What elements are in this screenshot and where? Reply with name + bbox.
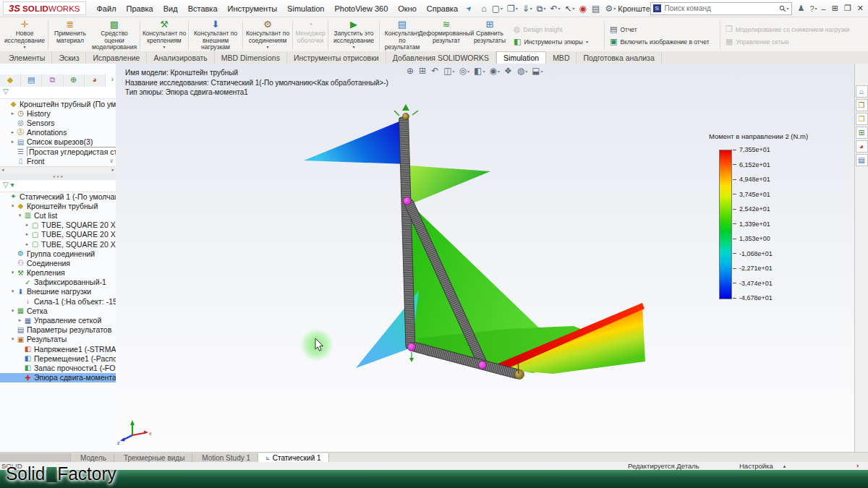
tree-item[interactable]: ▾ ▣ Результаты <box>0 335 116 344</box>
settings-button[interactable]: Настройка ▴ <box>739 462 786 470</box>
expand-arrow-icon[interactable]: ▾ <box>9 308 16 314</box>
command-tab[interactable]: MBD <box>546 51 576 64</box>
expand-arrow-icon[interactable]: ▾ <box>9 203 16 209</box>
menu-item[interactable]: Окно <box>393 2 422 15</box>
menu-item[interactable]: PhotoView 360 <box>329 2 393 15</box>
menu-item[interactable]: Инструменты <box>223 2 283 15</box>
scroll-down-icon[interactable]: ∨ <box>109 158 114 164</box>
taskpane-button[interactable]: ❒ <box>856 99 868 111</box>
qa-button[interactable]: ◉ <box>577 4 590 14</box>
expand-arrow-icon[interactable]: ▸ <box>24 241 30 247</box>
qa-button[interactable]: ⚙ ▾ <box>603 4 618 14</box>
hud-button[interactable]: ◎ ▾ <box>459 66 470 76</box>
tree-item[interactable]: ▸ ▦ Управление сеткой <box>0 315 116 325</box>
expand-arrow-icon[interactable]: ▾ <box>9 336 16 342</box>
tree-item[interactable]: ✦ Статический 1 (-По умолчанию<Как обр <box>0 192 116 201</box>
compare-results-button[interactable]: ⊞ Сравнить результаты <box>469 18 510 53</box>
feature-tree-filter[interactable]: ▽ <box>0 87 116 99</box>
hud-button[interactable]: ⊞ <box>419 66 427 76</box>
tree-item[interactable]: ◧ Напряжение1 (-STRMAX: Верхня <box>0 344 116 354</box>
tree-item[interactable]: ☰ Простая углеродистая сталь <box>0 147 116 156</box>
tree-item[interactable]: ⚇ Соединения <box>0 258 116 267</box>
menu-item[interactable]: Simulation <box>282 2 329 15</box>
expand-arrow-icon[interactable]: ▸ <box>17 317 23 323</box>
menu-item[interactable]: Справка <box>422 2 463 15</box>
tree-item[interactable]: ↓ Сила-1 (:На объект: -150 kgf:) <box>0 296 116 306</box>
tree-item[interactable]: ▸ ▢ TUBE, SQUARE 20 X 20 X 2<1> <box>0 221 116 230</box>
fixtures-advisor-button[interactable]: ⚒ Консультант по креплениям ▾ <box>142 18 187 53</box>
expand-arrow-icon[interactable]: ▸ <box>9 139 16 145</box>
new-study-button[interactable]: ✛ Новое исследование ▾ <box>3 18 46 53</box>
scroll-up-icon[interactable]: ^ <box>111 100 114 106</box>
help-icon[interactable]: ?▾ <box>809 4 817 13</box>
tree-item[interactable]: ▾ ▥ Cut list <box>0 210 116 220</box>
hud-button[interactable]: ⬓ ▾ <box>532 66 542 76</box>
simulation-evaluator-button[interactable]: ▩ Средство оценки моделирования <box>90 18 138 53</box>
taskpane-button[interactable]: ⊞ <box>856 127 868 139</box>
manager-tab[interactable]: ◆ <box>0 74 21 87</box>
menu-item[interactable]: Файл <box>92 2 122 15</box>
panel-expand-icon[interactable]: › <box>111 75 114 83</box>
plot-tools-button[interactable]: ◧ Инструменты эпюры ▾ <box>514 38 599 46</box>
tree-item[interactable]: ▤ Параметры результатов <box>0 325 116 335</box>
qa-button[interactable]: ↶ ▾ <box>548 4 562 14</box>
hud-button[interactable]: ◉ ▾ <box>489 66 500 76</box>
include-image-button[interactable]: ▣ Включить изображение в отчет <box>610 38 715 46</box>
tree-item[interactable]: ⚙ Группа соединений <box>0 249 116 258</box>
results-advisor-button[interactable]: ▤ Консультант по результатам ▾ <box>381 18 423 53</box>
command-tab[interactable]: Исправление <box>86 51 147 64</box>
tree-item[interactable]: ▾ ▦ Сетка <box>0 306 116 315</box>
command-tab[interactable]: MBD Dimensions <box>215 51 287 64</box>
search-icon[interactable] <box>779 5 786 12</box>
manager-tab[interactable]: ⧉ <box>42 74 63 87</box>
tree-item[interactable]: ◧ Запас прочности1 (-FOS-) <box>0 363 116 372</box>
pin-icon[interactable]: ➤ <box>464 4 474 14</box>
scroll-left-icon[interactable]: ◂ <box>1 167 4 174</box>
expand-arrow-icon[interactable]: ▾ <box>17 213 23 218</box>
tree-item[interactable]: ✚ Эпюра сдвига-момента1 (-Мом <box>0 373 116 382</box>
expand-arrow-icon[interactable]: ▸ <box>24 231 30 237</box>
taskpane-button[interactable]: ▤ <box>856 154 868 166</box>
graphics-area[interactable]: Имя модели: Кронштейн трубный Название и… <box>116 64 854 452</box>
hud-button[interactable]: ◧ ▾ <box>474 66 485 76</box>
qa-button[interactable]: ⧉ ▾ <box>535 4 548 14</box>
tree-item[interactable]: ▸ Ⓐ Annotations <box>0 128 116 137</box>
hud-button[interactable]: ◍ ▾ <box>517 66 528 76</box>
hud-button[interactable]: ◫ ▾ <box>443 66 454 76</box>
manager-tab[interactable]: ◕ <box>85 74 106 87</box>
command-tab[interactable]: Анализировать <box>147 51 214 64</box>
window-control[interactable]: ❐ <box>844 4 851 13</box>
tree-item[interactable]: ◆ Кронштейн трубный (По умолчанию <box>0 99 116 108</box>
user-icon[interactable]: ♟ <box>798 4 805 13</box>
menu-item[interactable]: Вставка <box>183 2 223 15</box>
run-study-button[interactable]: ▶ Запустить это исследование ▾ <box>330 18 378 53</box>
tree-item[interactable]: ▸ ▤ Список вырезов(3) <box>0 137 116 147</box>
expand-arrow-icon[interactable]: ▸ <box>9 129 16 135</box>
tree-item[interactable]: ▾ ⚒ Крепления <box>0 268 116 278</box>
tree-item[interactable]: ✓ Зафиксированный-1 <box>0 278 116 287</box>
manager-tab[interactable]: ▤ <box>21 74 42 87</box>
tree-item[interactable]: ▾ ⬇ Внешние нагрузки <box>0 287 116 296</box>
command-tab[interactable]: Эскиз <box>52 51 86 64</box>
tree-item[interactable]: ▾ ◆ Кронштейн трубный <box>0 201 116 210</box>
taskpane-button[interactable]: ◕ <box>856 140 868 153</box>
palette-icon[interactable]: ◑ <box>855 462 859 469</box>
expand-arrow-icon[interactable]: ▸ <box>9 111 16 116</box>
qa-button[interactable]: ⇓ ▾ <box>520 4 535 14</box>
scroll-right-icon[interactable]: ▸ <box>111 167 114 174</box>
command-search[interactable]: S ▾ <box>650 2 792 15</box>
qa-button[interactable]: ⌂ <box>479 4 489 14</box>
command-tab[interactable]: Инструменты отрисовки <box>287 51 386 64</box>
hud-button[interactable]: ⊕ <box>407 66 414 76</box>
external-loads-advisor-button[interactable]: ⬇ Консультант по внешним нагрузкам ▾ <box>190 18 241 53</box>
tree-item[interactable]: ◎ Sensors <box>0 118 116 127</box>
tree-item[interactable]: ◧ Перемещение1 (-Расположение <box>0 354 116 363</box>
window-control[interactable]: – <box>822 4 826 13</box>
study-tree-filter[interactable]: ▽ ▾ <box>0 180 116 192</box>
command-tab[interactable]: Элементы <box>2 51 52 64</box>
connections-advisor-button[interactable]: ⚙ Консультант по соединениям ▾ <box>244 18 291 53</box>
expand-arrow-icon[interactable]: ▸ <box>24 222 30 228</box>
command-tab[interactable]: Simulation <box>496 51 546 64</box>
tree-item[interactable]: ▸ ◷ History <box>0 108 116 118</box>
tree-item[interactable]: ▯ Front <box>0 156 116 166</box>
